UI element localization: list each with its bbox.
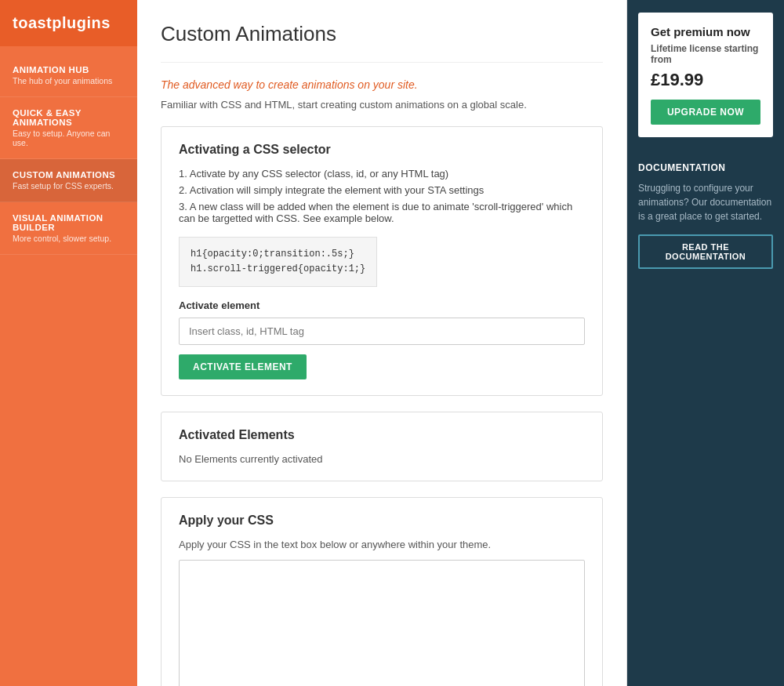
sidebar-item-quick-easy[interactable]: QUICK & EASY ANIMATIONS Easy to setup. A… — [0, 97, 137, 159]
docs-title: DOCUMENTATION — [638, 162, 773, 173]
activate-element-button[interactable]: ACTIVATE ELEMENT — [179, 354, 307, 379]
sidebar-item-visual-builder[interactable]: VISUAL ANIMATION BUILDER More control, s… — [0, 202, 137, 255]
css-textarea[interactable] — [179, 560, 585, 686]
sidebar-item-subtitle: The hub of your animations — [13, 76, 125, 85]
sidebar-item-title: ANIMATION HUB — [13, 65, 125, 74]
sidebar-item-custom-animations[interactable]: CUSTOM ANIMATIONS Fast setup for CSS exp… — [0, 159, 137, 202]
page-title: Custom Animations — [161, 22, 603, 46]
premium-lifetime-bold: Lifetime — [651, 43, 687, 54]
activate-element-input[interactable] — [179, 318, 585, 345]
premium-title: Get premium now — [651, 25, 760, 38]
premium-price: £19.99 — [651, 70, 760, 90]
sidebar-item-animation-hub[interactable]: ANIMATION HUB The hub of your animations — [0, 54, 137, 97]
step-1: Activate by any CSS selector (class, id,… — [179, 168, 585, 180]
premium-subtitle: Lifetime license starting from — [651, 43, 760, 65]
sidebar-item-subtitle: Easy to setup. Anyone can use. — [13, 129, 125, 147]
upgrade-button[interactable]: UPGRADE NOW — [651, 100, 760, 125]
right-sidebar: Get premium now Lifetime license startin… — [627, 0, 784, 686]
no-elements-text: No Elements currently activated — [179, 453, 585, 465]
tagline: The advanced way to create animations on… — [161, 78, 603, 91]
main-content: Custom Animations The advanced way to cr… — [137, 0, 627, 686]
activating-section: Activating a CSS selector Activate by an… — [161, 126, 603, 396]
premium-card: Get premium now Lifetime license startin… — [638, 13, 773, 137]
sidebar-item-subtitle: Fast setup for CSS experts. — [13, 181, 125, 191]
code-line-1: h1{opacity:0;transition:.5s;} — [191, 247, 365, 262]
code-block: h1{opacity:0;transition:.5s;} h1.scroll-… — [179, 237, 377, 287]
sidebar-item-title: VISUAL ANIMATION BUILDER — [13, 213, 125, 232]
step-3: A new class will be added when the eleme… — [179, 201, 585, 224]
sidebar: toastplugins ANIMATION HUB The hub of yo… — [0, 0, 137, 686]
activating-section-title: Activating a CSS selector — [179, 143, 585, 157]
sidebar-nav: ANIMATION HUB The hub of your animations… — [0, 54, 137, 255]
step-2: Activation will simply integrate the ele… — [179, 184, 585, 196]
read-documentation-button[interactable]: READ THE DOCUMENTATION — [638, 234, 773, 269]
activated-elements-section: Activated Elements No Elements currently… — [161, 412, 603, 481]
code-line-2: h1.scroll-triggered{opacity:1;} — [191, 262, 365, 277]
sidebar-item-title: QUICK & EASY ANIMATIONS — [13, 108, 125, 127]
sidebar-item-subtitle: More control, slower setup. — [13, 234, 125, 243]
apply-css-section: Apply your CSS Apply your CSS in the tex… — [161, 497, 603, 686]
description: Familiar with CSS and HTML, start creati… — [161, 99, 603, 111]
section-divider — [161, 62, 603, 63]
docs-text: Struggling to configure your animations?… — [638, 181, 773, 223]
docs-section: DOCUMENTATION Struggling to configure yo… — [627, 150, 784, 281]
sidebar-item-title: CUSTOM ANIMATIONS — [13, 170, 125, 180]
activate-element-label: Activate element — [179, 299, 585, 311]
app-container: toastplugins ANIMATION HUB The hub of yo… — [0, 0, 784, 686]
sidebar-logo: toastplugins — [0, 0, 137, 46]
apply-css-title: Apply your CSS — [179, 514, 585, 528]
activating-steps-list: Activate by any CSS selector (class, id,… — [179, 168, 585, 224]
css-description: Apply your CSS in the text box below or … — [179, 539, 585, 550]
activated-elements-title: Activated Elements — [179, 428, 585, 442]
